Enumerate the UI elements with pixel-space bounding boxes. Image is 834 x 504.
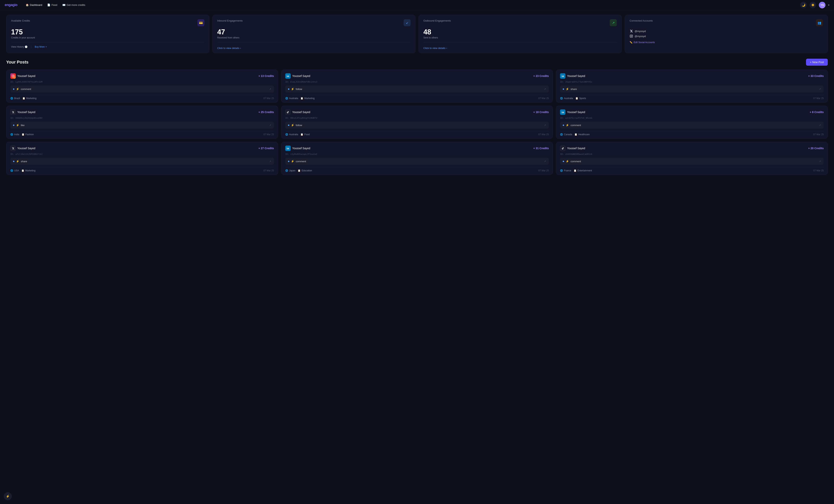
post-action-left: ⚡ follow — [288, 87, 302, 90]
globe-icon: 🌐 — [285, 133, 288, 136]
external-link-icon[interactable]: ↗ — [819, 124, 821, 127]
post-card-header: Youssef Sayed + 23 Credits — [285, 73, 549, 79]
dashboard-icon: 🏠 — [26, 3, 29, 6]
external-link-icon[interactable]: ↗ — [544, 88, 546, 90]
tiktok-platform-icon — [560, 146, 566, 151]
instagram-handle: @myssyd — [635, 35, 646, 38]
inbound-value: 47 — [217, 28, 411, 36]
action-bolt-icon: ⚡ — [16, 124, 19, 127]
external-link-icon[interactable]: ↗ — [269, 88, 271, 90]
view-history-link[interactable]: View History 🕐 — [11, 45, 28, 48]
nav-feed[interactable]: 📄 Feed — [45, 2, 59, 7]
post-user: Youssef Sayed — [560, 146, 585, 151]
posts-header: Your Posts + New Post — [6, 59, 828, 66]
post-credits: + 31 Credits — [533, 147, 549, 150]
svg-point-5 — [14, 75, 14, 75]
svg-point-6 — [287, 75, 287, 75]
edit-social-icon: ✏️ — [630, 41, 633, 44]
category-label: Marketing — [25, 169, 36, 172]
post-card-footer: 🌐 Australia 📋 Food 07 Mar 25 — [285, 131, 549, 136]
connected-accounts-card: Connected Accounts 👥 @myssyd @myssyd — [625, 15, 828, 53]
inbound-details-link[interactable]: Click to view details › — [217, 47, 411, 49]
post-date: 07 Mar 25 — [538, 97, 549, 100]
post-category: 📋 Entertainment — [574, 169, 592, 172]
history-icon: 🕐 — [25, 45, 28, 48]
post-country: 🌐 Australia — [285, 133, 298, 136]
post-category: 📋 Fashion — [22, 133, 34, 136]
svg-point-4 — [13, 75, 14, 76]
post-date: 07 Mar 25 — [263, 133, 274, 136]
credits-nav-icon: ✉️ — [62, 3, 65, 6]
external-link-icon[interactable]: ↗ — [544, 160, 546, 163]
country-label: India — [14, 133, 19, 136]
post-id: ID: 08nzL4Txy84ngY4JN4RTV — [285, 117, 549, 119]
user-menu-chevron[interactable]: ▾ — [828, 4, 829, 6]
post-card-header: Youssef Sayed + 27 Credits — [10, 146, 274, 151]
post-credits: + 20 Credits — [808, 147, 824, 150]
linkedin-platform-icon — [560, 73, 566, 79]
globe-icon: 🌐 — [285, 169, 288, 172]
theme-toggle-sun[interactable]: ☀️ — [810, 2, 816, 8]
post-action-row: ⚡ share ↗ — [10, 158, 274, 165]
category-icon: 📋 — [574, 169, 576, 172]
category-icon: 📋 — [298, 169, 301, 172]
country-label: Brazil — [14, 97, 20, 100]
category-icon: 📋 — [22, 133, 24, 136]
post-user: Youssef Sayed — [560, 109, 585, 115]
post-action-row: ⚡ follow ↗ — [285, 122, 549, 129]
post-username: Youssef Sayed — [567, 147, 585, 150]
linkedin-platform-icon — [285, 73, 291, 79]
post-meta: 🌐 Australia 📋 Marketing — [285, 97, 314, 100]
credits-value: 175 — [11, 28, 204, 36]
svg-rect-3 — [12, 75, 14, 77]
post-meta: 🌐 Australia 📋 Food — [285, 133, 310, 136]
post-category: 📋 Sports — [575, 97, 586, 100]
action-status-dot — [563, 125, 564, 126]
external-link-icon[interactable]: ↗ — [819, 160, 821, 163]
user-avatar[interactable]: YS — [819, 2, 826, 8]
theme-toggle-moon[interactable]: 🌙 — [800, 2, 807, 8]
category-icon: 📋 — [301, 97, 303, 100]
twitter-platform-icon — [10, 146, 16, 151]
post-card-header: Youssef Sayed + 13 Credits — [10, 73, 274, 79]
action-bolt-icon: ⚡ — [291, 160, 294, 163]
post-action-row: ⚡ comment ↗ — [285, 158, 549, 165]
external-link-icon[interactable]: ↗ — [544, 124, 546, 127]
post-action-row: ⚡ comment ↗ — [560, 122, 824, 129]
action-label: comment — [571, 160, 581, 163]
category-label: Marketing — [304, 97, 314, 100]
post-meta: 🌐 India 📋 Fashion — [10, 133, 34, 136]
post-card: Youssef Sayed + 8 Credits ID: a2cbf5crax… — [556, 106, 828, 139]
post-card-footer: 🌐 Brazil 📋 Marketing 07 Mar 25 — [10, 95, 274, 100]
outbound-arrow-icon: › — [446, 47, 447, 49]
country-label: Australia — [289, 133, 298, 136]
post-date: 07 Mar 25 — [263, 97, 274, 100]
post-country: 🌐 Australia — [560, 97, 573, 100]
posts-title: Your Posts — [6, 60, 28, 65]
outbound-value: 48 — [423, 28, 617, 36]
logo: engagio — [5, 3, 18, 7]
post-card-header: Youssef Sayed + 8 Credits — [560, 109, 824, 115]
external-link-icon[interactable]: ↗ — [819, 88, 821, 90]
help-badge[interactable]: ⚡ — [4, 492, 12, 500]
post-action-left: ⚡ follow — [288, 124, 302, 127]
post-credits: + 27 Credits — [259, 147, 274, 150]
new-post-button[interactable]: + New Post — [806, 59, 828, 66]
post-date: 07 Mar 25 — [263, 169, 274, 172]
post-meta: 🌐 USA 📋 Marketing — [10, 169, 35, 172]
external-link-icon[interactable]: ↗ — [269, 160, 271, 163]
post-action-left: ⚡ like — [13, 124, 25, 127]
post-id: ID: U4A0OujZb2k6dpAUva5NV — [10, 117, 274, 119]
post-card-header: Youssef Sayed + 33 Credits — [560, 73, 824, 79]
external-link-icon[interactable]: ↗ — [269, 124, 271, 127]
buy-more-link[interactable]: Buy More + — [35, 45, 47, 48]
edit-social-link[interactable]: ✏️ Edit Social Accounts — [630, 41, 823, 44]
connected-icon: 👥 — [816, 19, 823, 26]
nav-dashboard[interactable]: 🏠 Dashboard — [24, 2, 44, 7]
post-card: Youssef Sayed + 27 Credits ID: a7cl16e11… — [6, 142, 278, 175]
action-status-dot — [13, 125, 14, 126]
nav-get-credits[interactable]: ✉️ Get more credits — [61, 2, 87, 7]
post-card-footer: 🌐 Australia 📋 Marketing 07 Mar 25 — [285, 95, 549, 100]
outbound-details-link[interactable]: Click to view details › — [423, 47, 617, 49]
action-status-dot — [563, 161, 564, 162]
